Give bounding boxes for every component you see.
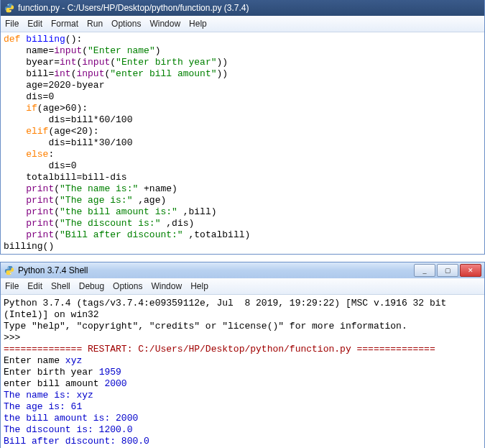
code-builtin: int: [54, 68, 70, 79]
code-cl: )): [217, 57, 228, 68]
close-icon: ✕: [468, 267, 474, 274]
menu-shell[interactable]: Shell: [51, 281, 70, 291]
code-builtin: print: [26, 218, 54, 229]
code-indent: [4, 80, 26, 91]
code-txt: billing(): [4, 241, 54, 252]
shell-restart: ============== RESTART: C:/Users/HP/Desk…: [4, 344, 435, 355]
code-indent: [4, 114, 48, 125]
menu-run[interactable]: Run: [87, 19, 103, 29]
menu-file[interactable]: File: [5, 19, 19, 29]
code-builtin: print: [26, 229, 54, 240]
code-txt: age=2020-byear: [26, 80, 104, 91]
shell-banner: Python 3.7.4 (tags/v3.7.4:e09359112e, Ju…: [4, 298, 452, 320]
shell-output-area[interactable]: Python 3.7.4 (tags/v3.7.4:e09359112e, Ju…: [1, 295, 484, 448]
code-txt: dis=0: [48, 160, 76, 171]
code-indent: [4, 91, 26, 102]
code-txt: dis=bill*60/100: [48, 114, 132, 125]
menu-help[interactable]: Help: [189, 19, 207, 29]
shell-window: Python 3.7.4 Shell _ ▢ ✕ File Edit Shell…: [0, 262, 485, 448]
shell-window-controls: _ ▢ ✕: [414, 264, 481, 277]
shell-title: Python 3.7.4 Shell: [18, 265, 414, 275]
menu-edit[interactable]: Edit: [27, 19, 42, 29]
code-indent: [4, 195, 26, 206]
shell-menubar: File Edit Shell Debug Options Window Hel…: [1, 278, 484, 295]
editor-title: function.py - C:/Users/HP/Desktop/python…: [18, 3, 481, 13]
shell-titlebar[interactable]: Python 3.7.4 Shell _ ▢ ✕: [1, 262, 484, 278]
code-rest: (age<20):: [48, 126, 98, 137]
code-builtin: print: [26, 206, 54, 217]
menu-window[interactable]: Window: [149, 19, 180, 29]
maximize-icon: ▢: [445, 267, 451, 274]
code-indent: [4, 229, 26, 240]
minimize-icon: _: [422, 267, 426, 274]
code-indent: [4, 137, 48, 148]
code-var: bill=: [26, 68, 54, 79]
shell-output-line: The name is: xyz: [4, 390, 93, 401]
menu-debug[interactable]: Debug: [79, 281, 104, 291]
code-builtin: input: [54, 45, 82, 56]
menu-file[interactable]: File: [5, 281, 19, 291]
code-rest: :: [48, 149, 54, 160]
code-str: "Enter birth year": [116, 57, 216, 68]
shell-input-text: 2000: [104, 378, 126, 389]
code-str: "Enter name": [88, 45, 155, 56]
shell-banner2: Type "help", "copyright", "credits" or "…: [4, 321, 407, 332]
code-kw: def: [4, 34, 20, 45]
code-builtin: print: [26, 195, 54, 206]
python-icon: [4, 2, 15, 14]
code-rest: ():: [65, 34, 82, 45]
menu-edit[interactable]: Edit: [27, 281, 42, 291]
code-str: "Bill after discount:": [60, 229, 183, 240]
shell-output-line: Bill after discount: 800.0: [4, 436, 149, 447]
code-fn: billing: [20, 34, 65, 45]
code-cl: )): [217, 68, 228, 79]
code-str: "The discount is:": [60, 218, 160, 229]
code-builtin: print: [26, 183, 54, 194]
code-op: (: [54, 229, 60, 240]
code-op: (: [54, 195, 60, 206]
code-indent: [4, 126, 26, 137]
code-indent: [4, 103, 26, 114]
editor-titlebar[interactable]: function.py - C:/Users/HP/Desktop/python…: [1, 0, 484, 16]
code-txt: totalbill=bill-dis: [26, 172, 126, 183]
code-kw: elif: [26, 126, 48, 137]
code-str: "The age is:": [60, 195, 132, 206]
shell-prompt-text: Enter birth year: [4, 367, 99, 378]
menu-options[interactable]: Options: [111, 19, 141, 29]
code-rest: ,totalbill): [183, 229, 251, 240]
editor-menubar: File Edit Format Run Options Window Help: [1, 16, 484, 32]
menu-options[interactable]: Options: [113, 281, 142, 291]
code-rest: ,dis): [160, 218, 194, 229]
shell-input-text: xyz: [65, 355, 82, 366]
code-txt: dis=0: [26, 91, 54, 102]
code-indent: [4, 206, 26, 217]
code-op: (: [54, 183, 60, 194]
code-str: "the bill amount is:": [60, 206, 177, 217]
python-icon: [4, 265, 15, 276]
code-op: (: [54, 206, 60, 217]
code-op: (: [82, 45, 88, 56]
svg-point-0: [8, 4, 9, 5]
shell-maximize-button[interactable]: ▢: [437, 264, 458, 277]
code-builtin: input: [76, 68, 104, 79]
code-op: (: [110, 57, 116, 68]
shell-prompt-text: enter bill amount: [4, 378, 104, 389]
menu-format[interactable]: Format: [51, 19, 78, 29]
code-txt: dis=bill*30/100: [48, 137, 132, 148]
editor-code-area[interactable]: def billing(): name=input("Enter name") …: [1, 32, 484, 254]
shell-close-button[interactable]: ✕: [460, 264, 481, 277]
svg-point-3: [10, 273, 11, 274]
code-var: name=: [26, 45, 54, 56]
shell-output-line: The age is: 61: [4, 401, 82, 412]
code-kw: if: [26, 103, 37, 114]
code-indent: [4, 172, 26, 183]
code-rest: ,bill): [177, 206, 217, 217]
editor-window: _ ▢ ✕ function.py - C:/Users/HP/Desktop/…: [0, 0, 485, 255]
code-indent: [4, 68, 26, 79]
code-indent: [4, 149, 26, 160]
menu-help[interactable]: Help: [190, 281, 208, 291]
shell-minimize-button[interactable]: _: [414, 264, 435, 277]
shell-input-text: 1959: [99, 367, 121, 378]
code-rest: (age>60):: [37, 103, 88, 114]
menu-window[interactable]: Window: [151, 281, 182, 291]
